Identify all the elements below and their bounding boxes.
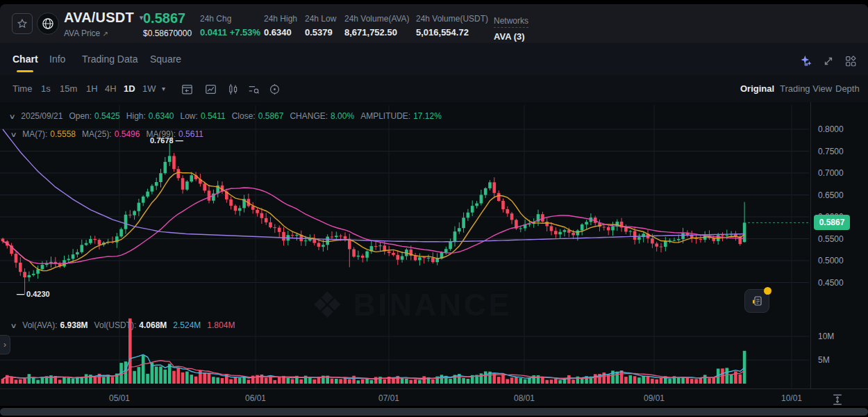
price-axis-label: 0.7000	[818, 168, 844, 178]
collapse-chevron-icon[interactable]: ∨	[9, 113, 16, 120]
vol-ma5-value: 2.524M	[173, 320, 201, 330]
chart-card: AVA/USDT ▾ AVA Price ↗ 0.5867 $0.5867000…	[0, 4, 868, 406]
trading-app: AVA/USDT ▾ AVA Price ↗ 0.5867 $0.5867000…	[0, 0, 868, 417]
vol-ava-value: 6.938M	[60, 320, 88, 330]
chart-region[interactable]: ❖ BINANCE ∨ 2025/09/21 Open:0.5425 High:…	[0, 102, 868, 406]
price-axis[interactable]: 0.80000.75000.70000.65000.60000.55000.50…	[810, 102, 868, 389]
panel-expand-tab[interactable]: ›	[0, 335, 10, 354]
time-axis-separator	[0, 389, 868, 389]
ohlc-high: 0.6340	[149, 111, 174, 121]
ohlc-date: 2025/09/21	[21, 111, 62, 121]
price-axis-label: 0.5500	[818, 234, 844, 244]
volume-axis-label: 5M	[818, 355, 830, 365]
ma25-value: 0.5496	[115, 129, 140, 139]
volume-axis-label: 10M	[818, 332, 834, 341]
fit-vertical-icon	[831, 393, 844, 406]
chart-canvas[interactable]	[0, 4, 868, 406]
price-axis-label: 0.8000	[818, 124, 844, 134]
price-axis-label: 0.6500	[818, 190, 844, 200]
auto-fit-button[interactable]	[831, 393, 844, 406]
ma7-value: 0.5558	[50, 129, 76, 139]
news-icon	[751, 295, 763, 307]
price-axis-label: 0.7500	[818, 147, 844, 156]
notification-dot	[764, 287, 771, 295]
ohlc-change: 8.00%	[331, 111, 354, 121]
high-annotation: 0.7678 —	[150, 136, 183, 145]
bottom-panel-handle[interactable]	[0, 408, 868, 416]
ohlc-row: ∨ 2025/09/21 Open:0.5425 High:0.6340 Low…	[10, 111, 442, 121]
collapse-chevron-icon[interactable]: ∨	[10, 131, 17, 138]
ohlc-close: 0.5867	[258, 111, 284, 121]
low-annotation: — 0.4230	[17, 290, 50, 298]
news-button[interactable]	[744, 289, 769, 313]
vol-usdt-value: 4.068M	[139, 320, 167, 330]
vol-ma10-value: 1.804M	[207, 320, 235, 330]
price-axis-label: 0.4500	[818, 278, 844, 288]
volume-row: ∨ Vol(AVA):6.938M Vol(USDT):4.068M 2.524…	[11, 320, 235, 330]
ohlc-open: 0.5425	[94, 111, 120, 121]
ohlc-amplitude: 17.12%	[413, 111, 442, 121]
collapse-chevron-icon[interactable]: ∨	[10, 322, 17, 329]
ohlc-low: 0.5411	[201, 111, 226, 121]
last-price-tag: 0.5867	[814, 215, 850, 230]
price-axis-label: 0.5000	[818, 256, 844, 265]
